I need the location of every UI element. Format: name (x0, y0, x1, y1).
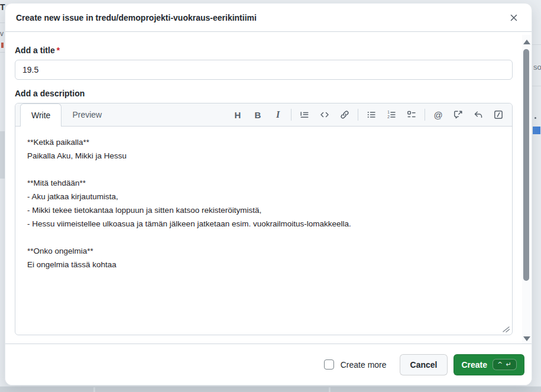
create-more-option[interactable]: Create more (324, 359, 387, 370)
title-input[interactable] (15, 60, 513, 80)
background-divider (532, 86, 541, 86)
editor-body: **Ketkä paikalla** Paikalla Aku, Mikki j… (15, 127, 512, 335)
close-button[interactable] (504, 8, 523, 27)
italic-button[interactable]: I (268, 105, 288, 124)
background-text-fragment: so (533, 63, 541, 72)
reply-button[interactable] (468, 105, 488, 124)
dialog-scrollbar[interactable] (522, 35, 531, 345)
required-asterisk: * (57, 46, 60, 55)
editor-header: Write Preview H B I (15, 103, 512, 127)
ordered-list-icon: 1 2 (387, 110, 396, 119)
create-more-checkbox[interactable] (324, 359, 334, 370)
ctrl-enter-shortcut-hint: ^ ↵ (493, 359, 517, 370)
tab-preview[interactable]: Preview (61, 103, 112, 126)
editor-toolbar: H B I (228, 103, 512, 126)
mention-icon: @ (433, 110, 442, 120)
close-icon (509, 13, 519, 22)
svg-text:2: 2 (387, 115, 390, 119)
background-blue-marker (533, 127, 540, 134)
slash-command-button[interactable] (488, 105, 508, 124)
scrollbar-up-arrow-icon[interactable] (523, 40, 530, 44)
background-divider (532, 44, 541, 45)
link-button[interactable] (335, 105, 355, 124)
link-icon (340, 110, 349, 119)
quote-icon (300, 110, 309, 119)
description-label: Add a description (15, 89, 513, 98)
markdown-editor: Write Preview H B I (15, 103, 513, 335)
cross-reference-button[interactable] (448, 105, 468, 124)
slash-command-icon (494, 110, 503, 119)
bold-icon: B (255, 110, 261, 120)
cancel-button[interactable]: Cancel (400, 354, 448, 375)
create-issue-dialog: Create new issue in tredu/demoprojekti-v… (5, 3, 532, 385)
background-red-marker (1, 43, 4, 48)
mention-button[interactable]: @ (428, 105, 448, 124)
editor-tabs: Write Preview (20, 103, 112, 126)
unordered-list-icon (367, 110, 376, 119)
svg-text:1: 1 (387, 110, 390, 114)
create-more-label: Create more (341, 360, 387, 370)
background-text-fragment: v (0, 30, 4, 38)
description-textarea[interactable]: **Ketkä paikalla** Paikalla Aku, Mikki j… (15, 127, 512, 335)
task-list-button[interactable] (401, 105, 422, 124)
scrollbar-down-arrow-icon[interactable] (523, 336, 530, 341)
bold-button[interactable]: B (248, 105, 268, 124)
dialog-title: Create new issue in tredu/demoprojekti-v… (16, 13, 504, 22)
background-column-divider (329, 387, 331, 392)
unordered-list-button[interactable] (361, 105, 381, 124)
background-page-right-edge: so (532, 0, 541, 392)
background-column-divider (93, 387, 95, 392)
code-button[interactable] (315, 105, 335, 124)
quote-button[interactable] (294, 105, 315, 124)
create-button-label: Create (461, 360, 487, 370)
background-page-bottom-edge (0, 386, 541, 392)
ordered-list-button[interactable]: 1 2 (381, 105, 401, 124)
task-list-icon (407, 110, 416, 119)
tab-write[interactable]: Write (20, 103, 61, 127)
toolbar-separator (425, 109, 425, 121)
background-bullet (534, 117, 536, 119)
dialog-body: Add a title* Add a description Write Pre… (5, 33, 532, 343)
cross-reference-icon (453, 110, 463, 119)
dialog-footer: Create more Cancel Create ^ ↵ (5, 344, 532, 385)
scrollbar-thumb[interactable] (523, 49, 529, 281)
heading-icon: H (235, 110, 241, 120)
title-label: Add a title* (15, 46, 513, 55)
create-button[interactable]: Create ^ ↵ (453, 354, 524, 375)
heading-button[interactable]: H (228, 105, 248, 124)
italic-icon: I (276, 109, 280, 120)
dialog-header: Create new issue in tredu/demoprojekti-v… (5, 4, 532, 32)
toolbar-separator (358, 109, 358, 121)
reply-icon (474, 110, 483, 119)
toolbar-separator (291, 109, 291, 121)
code-icon (320, 110, 329, 119)
